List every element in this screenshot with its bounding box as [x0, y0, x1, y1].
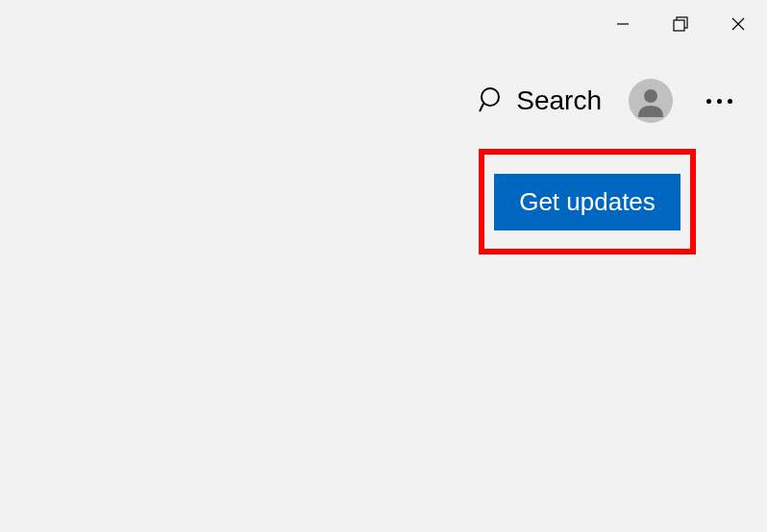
search-icon	[478, 85, 507, 117]
more-icon	[717, 99, 722, 104]
maximize-icon	[672, 15, 689, 33]
more-icon	[706, 99, 711, 104]
search-button[interactable]: Search	[478, 85, 602, 117]
user-icon	[632, 83, 669, 119]
close-button[interactable]	[709, 0, 767, 48]
highlight-annotation: Get updates	[479, 149, 696, 254]
more-icon	[728, 99, 732, 104]
search-label: Search	[516, 85, 602, 116]
get-updates-button[interactable]: Get updates	[494, 174, 680, 230]
more-menu-button[interactable]	[700, 82, 738, 120]
close-icon	[730, 16, 746, 32]
svg-point-5	[482, 88, 499, 106]
svg-rect-2	[674, 20, 684, 31]
minimize-button[interactable]	[594, 0, 652, 48]
svg-line-6	[480, 104, 483, 111]
user-avatar[interactable]	[629, 79, 673, 123]
toolbar: Search	[478, 79, 748, 123]
svg-point-7	[644, 89, 657, 103]
minimize-icon	[615, 16, 631, 32]
maximize-button[interactable]	[652, 0, 709, 48]
window-controls	[594, 0, 767, 48]
